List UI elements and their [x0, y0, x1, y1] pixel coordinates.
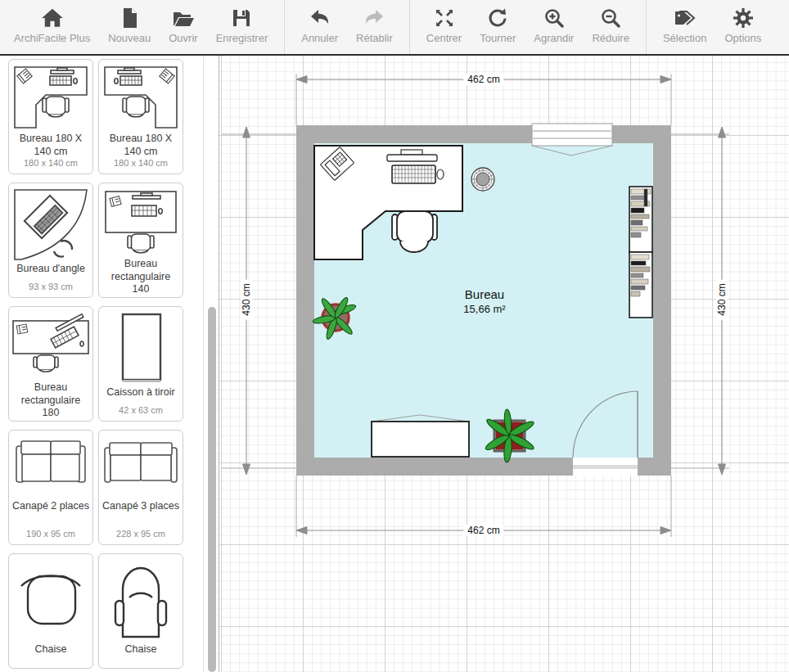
library-item-label: Bureau 180 X 140 cm	[101, 133, 180, 158]
library-item-label: Canapé 3 places	[102, 500, 179, 513]
toolbar-separator	[646, 0, 647, 54]
new-button[interactable]: Nouveau	[99, 0, 160, 54]
sidebar-scrollbar-thumb[interactable]	[208, 307, 216, 672]
library-item-label: Canapé 2 places	[12, 500, 89, 513]
bookshelf[interactable]	[629, 187, 652, 318]
undo-button[interactable]: Annuler	[292, 0, 347, 54]
library-item-size: 190 x 95 cm	[26, 529, 75, 540]
home-icon	[40, 6, 65, 30]
open-label: Ouvrir	[169, 32, 197, 44]
library-item-label: Bureau d'angle	[16, 263, 85, 276]
desk-mouse	[437, 169, 444, 179]
floor-plan-drawing	[219, 56, 789, 672]
library-item-canape-3[interactable]: Canapé 3 places 228 x 95 cm	[98, 430, 183, 545]
zoom-out-label: Réduire	[592, 32, 629, 44]
library-item-caisson[interactable]: Caisson à tiroir 42 x 63 cm	[98, 306, 183, 422]
new-document-icon	[119, 6, 140, 30]
library-item-canape-2[interactable]: Canapé 2 places 190 x 95 cm	[8, 430, 93, 545]
redo-arrow-icon	[362, 6, 386, 30]
library-item-label: Caisson à tiroir	[106, 386, 174, 399]
zoom-in-label: Agrandir	[534, 32, 574, 44]
furniture-thumbnail-l-desk-left	[11, 64, 90, 133]
library-item-bureau-rect-140[interactable]: Bureau rectangulaire 140 140 x 119 cm	[98, 183, 183, 298]
redo-label: Rétablir	[356, 32, 393, 44]
sidebar-scrollbar-track	[203, 56, 204, 672]
furniture-thumbnail-sofa-3	[101, 435, 180, 500]
redo-button[interactable]: Rétablir	[347, 0, 402, 54]
dimension-label-top[interactable]: 462 cm	[463, 74, 503, 85]
library-item-size: 180 x 140 cm	[114, 158, 168, 169]
toolbar-separator	[409, 0, 410, 54]
undo-label: Annuler	[301, 32, 338, 44]
save-label: Enregistrer	[216, 32, 268, 44]
selection-label: Sélection	[663, 32, 706, 44]
library-item-bureau-180x140-right[interactable]: Bureau 180 X 140 cm 180 x 140 cm	[98, 59, 183, 174]
save-floppy-icon	[231, 6, 252, 30]
gear-icon	[732, 6, 755, 30]
zoom-out-icon	[599, 6, 622, 30]
furniture-thumbnail-sofa-2	[11, 435, 90, 500]
rotate-icon	[486, 6, 509, 30]
library-item-label: Bureau 180 X 140 cm	[11, 133, 90, 158]
zoom-in-icon	[543, 6, 566, 30]
library-item-size: 93 x 93 cm	[29, 282, 73, 293]
center-button[interactable]: Centrer	[417, 0, 471, 54]
floor-plan-canvas[interactable]: 462 cm 462 cm 430 cm 430 cm Bureau 15,66…	[219, 56, 789, 672]
options-button[interactable]: Options	[715, 0, 770, 54]
selection-tag-icon	[672, 6, 698, 30]
save-button[interactable]: Enregistrer	[207, 0, 277, 54]
dimension-label-bottom[interactable]: 462 cm	[463, 525, 503, 536]
furniture-thumbnail-chair-arms	[101, 558, 180, 643]
library-item-label: Bureau rectangulaire 180	[11, 381, 90, 420]
open-folder-icon	[171, 6, 196, 30]
selection-button[interactable]: Sélection	[654, 0, 715, 54]
library-item-label: Chaise	[35, 643, 67, 656]
library-item-chaise-2[interactable]: Chaise	[98, 553, 183, 669]
sideboard[interactable]	[372, 415, 469, 457]
library-item-size: 42 x 63 cm	[119, 405, 163, 417]
zoom-in-button[interactable]: Agrandir	[525, 0, 583, 54]
open-button[interactable]: Ouvrir	[160, 0, 206, 54]
options-label: Options	[724, 32, 761, 44]
room-name-label[interactable]: Bureau	[465, 287, 504, 301]
furniture-thumbnail-corner-desk	[11, 187, 90, 263]
rotate-button[interactable]: Tourner	[471, 0, 525, 54]
library-item-bureau-rect-180[interactable]: Bureau rectangulaire 180 180 x 118 cm	[8, 306, 93, 422]
dimension-label-right[interactable]: 430 cm	[716, 279, 728, 319]
toolbar-separator	[284, 0, 285, 54]
room-area-label[interactable]: 15,66 m²	[463, 303, 505, 315]
furniture-thumbnail-rect-desk-140	[101, 187, 180, 258]
library-item-chaise-1[interactable]: Chaise	[8, 553, 93, 669]
center-label: Centrer	[426, 32, 462, 44]
furniture-thumbnail-l-desk-right	[101, 64, 180, 133]
dimension-label-left[interactable]: 430 cm	[241, 279, 252, 319]
library-item-bureau-180x140-left[interactable]: Bureau 180 X 140 cm 180 x 140 cm	[8, 59, 93, 174]
library-item-size: 140 x 119 cm	[114, 296, 167, 298]
library-item-label: Chaise	[125, 643, 157, 656]
furniture-thumbnail-drawer-unit	[101, 311, 180, 386]
library-item-size: 180 x 118 cm	[24, 420, 77, 422]
home-button[interactable]: ArchiFacile Plus	[5, 0, 99, 54]
main-toolbar: ArchiFacile Plus Nouveau Ouvrir Enregist…	[0, 0, 789, 56]
furniture-thumbnail-chair-round	[11, 558, 90, 643]
zoom-out-button[interactable]: Réduire	[583, 0, 638, 54]
desk-keyboard	[392, 165, 435, 183]
library-item-size: 228 x 95 cm	[116, 529, 165, 540]
rotate-label: Tourner	[480, 32, 516, 44]
center-expand-icon	[433, 6, 456, 30]
library-item-bureau-angle[interactable]: Bureau d'angle 93 x 93 cm	[8, 183, 93, 298]
new-label: Nouveau	[108, 32, 151, 44]
undo-arrow-icon	[308, 6, 332, 30]
furniture-library: Bureau 180 X 140 cm 180 x 140 cm Bureau …	[0, 56, 203, 672]
furniture-thumbnail-rect-desk-180	[11, 311, 91, 381]
home-label: ArchiFacile Plus	[14, 32, 90, 44]
library-item-label: Bureau rectangulaire 140	[101, 258, 180, 296]
library-item-size: 180 x 140 cm	[24, 158, 78, 169]
trash-can[interactable]	[471, 168, 494, 191]
